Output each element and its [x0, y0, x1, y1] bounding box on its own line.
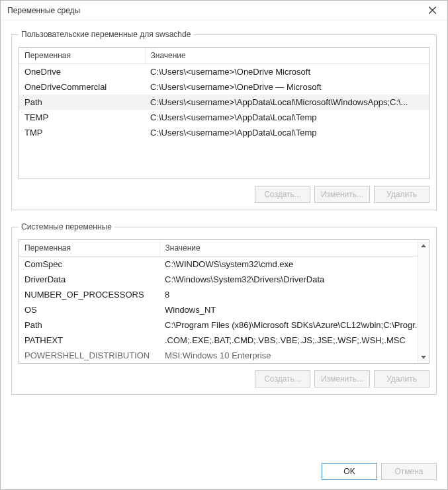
user-col-value[interactable]: Значение: [145, 48, 429, 64]
environment-variables-dialog: Переменные среды Пользовательские переме…: [0, 0, 448, 490]
user-row-name: TEMP: [19, 110, 145, 125]
user-row-value: C:\Users\<username>\OneDrive — Microsoft: [145, 79, 429, 95]
system-row[interactable]: OSWindows_NT: [19, 302, 429, 317]
user-row-name: OneDriveCommercial: [19, 79, 145, 95]
system-button-row: Создать... Изменить... Удалить: [19, 370, 429, 388]
sys-col-value[interactable]: Значение: [159, 240, 429, 257]
system-row[interactable]: POWERSHELL_DISTRIBUTIONMSI:Windows 10 En…: [19, 348, 429, 363]
user-variables-table-wrap: Переменная Значение OneDriveC:\Users\<us…: [19, 47, 429, 179]
sys-col-name[interactable]: Переменная: [19, 240, 159, 257]
system-edit-button[interactable]: Изменить...: [314, 370, 370, 388]
scrollbar[interactable]: [418, 240, 429, 363]
user-variables-group: Пользовательские переменные для swsachde…: [11, 30, 437, 210]
system-variables-table-wrap: Переменная Значение ComSpecC:\WINDOWS\sy…: [19, 239, 429, 364]
system-row-value: C:\Windows\System32\Drivers\DriverData: [159, 272, 429, 287]
dialog-content: Пользовательские переменные для swsachde…: [1, 20, 447, 458]
user-button-row: Создать... Изменить... Удалить: [19, 186, 429, 203]
system-row-value: Windows_NT: [159, 302, 429, 317]
system-delete-button[interactable]: Удалить: [374, 370, 429, 388]
user-row-value: C:\Users\<username>\AppData\Local\Micros…: [145, 95, 429, 110]
system-row-value: AMD64: [159, 363, 429, 364]
system-row[interactable]: NUMBER_OF_PROCESSORS8: [19, 287, 429, 302]
cancel-button[interactable]: Отмена: [381, 463, 437, 480]
user-row-value: C:\Users\<username>\OneDrive Microsoft: [145, 64, 429, 80]
user-row-name: Path: [19, 95, 145, 110]
system-row-name: POWERSHELL_DISTRIBUTION: [19, 348, 159, 363]
system-row-value: 8: [159, 287, 429, 302]
system-new-button[interactable]: Создать...: [255, 370, 310, 388]
system-row[interactable]: ComSpecC:\WINDOWS\system32\cmd.exe: [19, 257, 429, 272]
user-row[interactable]: OneDriveCommercialC:\Users\<username>\On…: [19, 79, 429, 95]
user-row-value: C:\Users\<username>\AppData\Local\Temp: [145, 125, 429, 140]
system-row-value: C:\Program Files (x86)\Microsoft SDKs\Az…: [159, 317, 429, 333]
system-group-legend: Системные переменные: [19, 222, 114, 231]
system-row[interactable]: PROCESSOR_ARCHITECTUREAMD64: [19, 363, 429, 364]
user-new-button[interactable]: Создать...: [255, 186, 310, 203]
system-row-name: PROCESSOR_ARCHITECTURE: [19, 363, 159, 364]
system-row-name: NUMBER_OF_PROCESSORS: [19, 287, 159, 302]
user-row-name: OneDrive: [19, 64, 145, 80]
user-delete-button[interactable]: Удалить: [374, 186, 429, 203]
system-variables-table[interactable]: Переменная Значение ComSpecC:\WINDOWS\sy…: [19, 240, 429, 364]
close-button[interactable]: [422, 1, 442, 20]
dialog-footer: OK Отмена: [1, 458, 447, 489]
system-row-name: OS: [19, 302, 159, 317]
system-row[interactable]: PathC:\Program Files (x86)\Microsoft SDK…: [19, 317, 429, 333]
user-row[interactable]: OneDriveC:\Users\<username>\OneDrive Mic…: [19, 64, 429, 80]
user-edit-button[interactable]: Изменить...: [314, 186, 370, 203]
user-row[interactable]: TMPC:\Users\<username>\AppData\Local\Tem…: [19, 125, 429, 140]
user-variables-table[interactable]: Переменная Значение OneDriveC:\Users\<us…: [19, 48, 429, 140]
user-col-name[interactable]: Переменная: [19, 48, 145, 64]
ok-button[interactable]: OK: [322, 463, 377, 480]
user-row-value: C:\Users\<username>\AppData\Local\Temp: [145, 110, 429, 125]
system-row[interactable]: PATHEXT.COM;.EXE;.BAT;.CMD;.VBS;.VBE;.JS…: [19, 333, 429, 348]
close-icon: [429, 7, 436, 14]
system-row-name: DriverData: [19, 272, 159, 287]
window-title: Переменные среды: [7, 6, 80, 15]
system-row-name: Path: [19, 317, 159, 333]
system-row-name: ComSpec: [19, 257, 159, 272]
system-row-name: PATHEXT: [19, 333, 159, 348]
user-row-name: TMP: [19, 125, 145, 140]
system-row-value: MSI:Windows 10 Enterprise: [159, 348, 429, 363]
user-row[interactable]: PathC:\Users\<username>\AppData\Local\Mi…: [19, 95, 429, 110]
system-row[interactable]: DriverDataC:\Windows\System32\Drivers\Dr…: [19, 272, 429, 287]
system-row-value: C:\WINDOWS\system32\cmd.exe: [159, 257, 429, 272]
system-row-value: .COM;.EXE;.BAT;.CMD;.VBS;.VBE;.JS;.JSE;.…: [159, 333, 429, 348]
user-row[interactable]: TEMPC:\Users\<username>\AppData\Local\Te…: [19, 110, 429, 125]
system-variables-group: Системные переменные Переменная Значение…: [11, 222, 437, 395]
user-group-legend: Пользовательские переменные для swsachde: [19, 30, 193, 39]
titlebar: Переменные среды: [1, 1, 447, 20]
